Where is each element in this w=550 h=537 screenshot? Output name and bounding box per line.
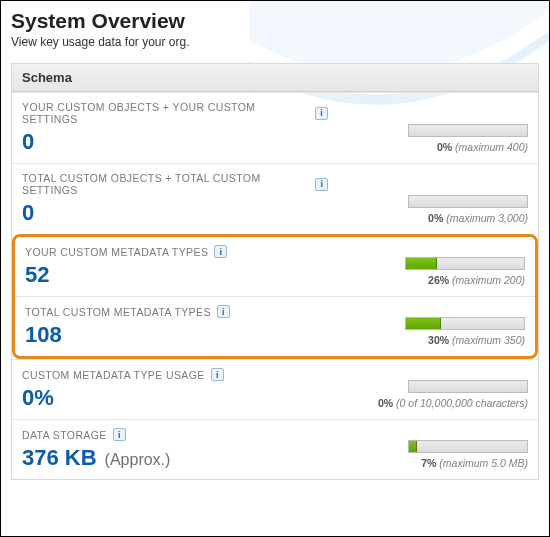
row-value: 108 — [25, 324, 230, 346]
row-label: TOTAL CUSTOM OBJECTS + TOTAL CUSTOM SETT… — [22, 172, 309, 196]
info-icon[interactable]: i — [113, 428, 126, 441]
row-label: DATA STORAGE — [22, 429, 107, 441]
row-caption: 0%(maximum 400) — [437, 141, 528, 153]
info-icon[interactable]: i — [315, 107, 328, 120]
usage-bar-fill — [409, 441, 417, 452]
panel-header: Schema — [12, 64, 538, 92]
row-caption: 30%(maximum 350) — [428, 334, 525, 346]
usage-bar-fill — [406, 318, 441, 329]
info-icon[interactable]: i — [217, 305, 230, 318]
row-caption: 7%(maximum 5.0 MB) — [421, 457, 528, 469]
usage-row: TOTAL CUSTOM OBJECTS + TOTAL CUSTOM SETT… — [12, 163, 538, 234]
row-value: 376 KB (Approx.) — [22, 447, 170, 469]
info-icon[interactable]: i — [315, 178, 328, 191]
usage-bar-fill — [406, 258, 437, 269]
page-subtitle: View key usage data for your org. — [11, 35, 539, 49]
usage-row: DATA STORAGE i 376 KB (Approx.) 7%(maxim… — [12, 419, 538, 479]
usage-bar — [408, 124, 528, 137]
row-value: 0 — [22, 131, 328, 153]
row-label: TOTAL CUSTOM METADATA TYPES — [25, 306, 211, 318]
row-caption: 26%(maximum 200) — [428, 274, 525, 286]
usage-row: CUSTOM METADATA TYPE USAGE i 0% 0%(0 of … — [12, 359, 538, 419]
row-value: 0 — [22, 202, 328, 224]
info-icon[interactable]: i — [211, 368, 224, 381]
usage-bar — [408, 380, 528, 393]
info-icon[interactable]: i — [214, 245, 227, 258]
usage-bar — [408, 440, 528, 453]
page-title: System Overview — [11, 9, 539, 33]
usage-bar — [405, 317, 525, 330]
usage-row: YOUR CUSTOM OBJECTS + YOUR CUSTOM SETTIN… — [12, 92, 538, 163]
row-caption: 0%(0 of 10,000,000 characters) — [378, 397, 528, 409]
highlight-box: YOUR CUSTOM METADATA TYPES i 52 26%(maxi… — [12, 234, 538, 359]
row-label: YOUR CUSTOM METADATA TYPES — [25, 246, 208, 258]
usage-row: YOUR CUSTOM METADATA TYPES i 52 26%(maxi… — [15, 237, 535, 296]
usage-bar — [405, 257, 525, 270]
row-label: CUSTOM METADATA TYPE USAGE — [22, 369, 205, 381]
usage-row: TOTAL CUSTOM METADATA TYPES i 108 30%(ma… — [15, 296, 535, 356]
row-label: YOUR CUSTOM OBJECTS + YOUR CUSTOM SETTIN… — [22, 101, 309, 125]
row-value: 52 — [25, 264, 227, 286]
row-caption: 0%(maximum 3,000) — [428, 212, 528, 224]
schema-panel: Schema YOUR CUSTOM OBJECTS + YOUR CUSTOM… — [11, 63, 539, 480]
usage-bar — [408, 195, 528, 208]
row-value: 0% — [22, 387, 224, 409]
